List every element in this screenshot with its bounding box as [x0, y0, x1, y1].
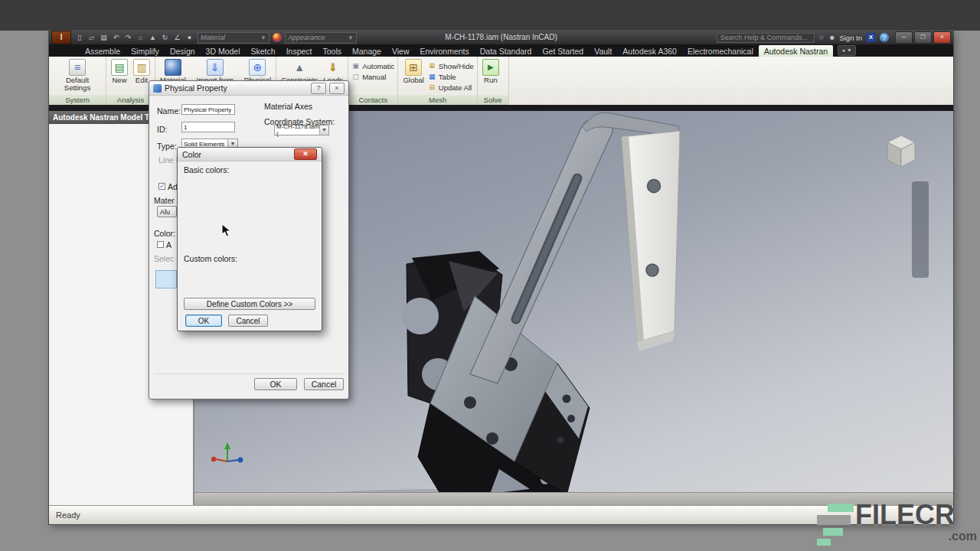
ribbon-button-default-settings[interactable]: Default Settings	[52, 58, 103, 93]
undo-icon[interactable]: ↶	[111, 32, 121, 43]
id-label: ID:	[157, 125, 167, 134]
watermark-logo-bar	[823, 528, 843, 536]
ok-button[interactable]: OK	[254, 378, 297, 390]
ribbon-button-new[interactable]: New	[109, 58, 129, 85]
sign-in-button[interactable]: Sign In	[839, 34, 862, 42]
window-controls: –□×	[895, 31, 951, 44]
exchange-apps-icon[interactable]: X	[866, 33, 876, 42]
ribbon-group-label-contacts: Contacts	[348, 95, 397, 105]
tab-environments[interactable]: Environments	[415, 45, 475, 57]
color-ok-button[interactable]: OK	[185, 315, 222, 327]
ribbon-button-update-all[interactable]: Update All	[428, 83, 474, 92]
tab-simplify[interactable]: Simplify	[126, 45, 165, 57]
chevron-down-icon: ▼	[319, 126, 328, 135]
ribbon-button-automatic[interactable]: Automatic	[351, 61, 394, 70]
tab-3d-model[interactable]: 3D Model	[201, 45, 246, 57]
define-custom-colors-button[interactable]: Define Custom Colors >>	[184, 298, 315, 310]
dialog-title-bar[interactable]: Physical Property ? ×	[149, 81, 348, 96]
measure-icon[interactable]: ∠	[172, 32, 182, 43]
minimize-button[interactable]: –	[895, 31, 913, 44]
tab-vault[interactable]: Vault	[589, 45, 617, 57]
physical-icon	[249, 59, 266, 76]
color-dialog-title: Color	[182, 150, 201, 159]
view-cube[interactable]	[880, 131, 923, 171]
tab-assemble[interactable]: Assemble	[80, 45, 126, 57]
ribbon-button-global[interactable]: Global	[401, 58, 425, 85]
save-icon[interactable]: ▤	[99, 32, 109, 43]
screen: I ▯▱▤↶↷⌂▲↻∠● Material ▼ Appearance ▼ M-C…	[0, 0, 980, 551]
titlebar-icons: ☆☻	[818, 34, 836, 41]
custom-colors-label: Custom colors:	[184, 254, 237, 263]
panel-toggle-icon[interactable]: ● ▼	[838, 45, 856, 56]
ribbon-group-contacts: AutomaticManualContacts	[348, 57, 398, 105]
ribbon-button-label: Table	[439, 73, 456, 81]
global-mesh-icon	[405, 59, 422, 76]
watermark-tld: .com	[949, 530, 977, 543]
ribbon-button-run[interactable]: Run	[481, 58, 501, 85]
dialog-help-button[interactable]: ?	[311, 83, 326, 94]
edit-icon	[133, 59, 150, 76]
user-icon[interactable]: ☻	[828, 34, 835, 41]
material-select-button[interactable]: Alu	[157, 206, 177, 217]
home-icon[interactable]: ⌂	[136, 32, 145, 43]
open-icon[interactable]: ▱	[87, 32, 96, 43]
search-input[interactable]: Search Help & Commands...	[717, 33, 815, 43]
automatic-icon	[351, 62, 360, 70]
ribbon-tab-bar: AssembleSimplifyDesign3D ModelSketchInsp…	[49, 44, 953, 57]
cancel-button[interactable]: Cancel	[304, 378, 344, 390]
assign-checkbox[interactable]	[157, 241, 164, 248]
selection-icon[interactable]: ▲	[148, 32, 158, 43]
update-icon[interactable]: ↻	[160, 32, 170, 43]
inventor-logo-icon[interactable]: I	[51, 31, 71, 44]
name-label: Name:	[157, 106, 181, 116]
color-dialog-title-bar[interactable]: Color ✕	[178, 148, 322, 161]
dialog-title: Physical Property	[165, 83, 227, 93]
ribbon-button-label: Automatic	[362, 62, 394, 70]
color-cancel-button[interactable]: Cancel	[228, 315, 268, 327]
id-field[interactable]	[181, 122, 235, 132]
tab-view[interactable]: View	[387, 45, 415, 57]
tab-tools[interactable]: Tools	[317, 45, 347, 57]
appearance-sphere-icon[interactable]	[273, 33, 282, 42]
appearance-dropdown[interactable]: Appearance ▼	[285, 32, 357, 44]
coordinate-system-dropdown[interactable]: M-CH-1178.iam ( ▼	[274, 125, 329, 135]
advanced-checkbox[interactable]: ✓	[158, 183, 165, 190]
select-label: Selec	[154, 254, 174, 263]
close-button[interactable]: ×	[933, 31, 951, 44]
ribbon-group-label-analysis: Analysis	[106, 95, 155, 105]
material-axes-label: Material Axes	[264, 102, 312, 111]
tab-sketch[interactable]: Sketch	[246, 45, 281, 57]
material-dropdown[interactable]: Material ▼	[198, 32, 270, 44]
tab-get-started[interactable]: Get Started	[537, 45, 589, 57]
tab-manage[interactable]: Manage	[347, 45, 387, 57]
color-preview-swatch[interactable]	[155, 270, 177, 289]
name-field[interactable]	[181, 104, 235, 115]
new-icon	[111, 59, 128, 76]
tab-autodesk-nastran[interactable]: Autodesk Nastran	[759, 45, 833, 57]
dialog-close-button[interactable]: ×	[329, 83, 345, 94]
close-icon[interactable]: ✕	[294, 148, 317, 160]
ribbon-group-solve: RunSolve	[478, 57, 509, 105]
ribbon-button-manual[interactable]: Manual	[351, 72, 394, 81]
default-settings-icon	[69, 59, 86, 76]
run-icon	[482, 59, 499, 76]
favorites-star-icon[interactable]: ☆	[818, 34, 825, 41]
group-label-text: Analysis	[117, 96, 144, 104]
new-file-icon[interactable]: ▯	[74, 32, 84, 43]
filecr-watermark: FILECR .com	[817, 497, 980, 551]
ribbon-button-table[interactable]: Table	[428, 72, 474, 81]
color-dialog: Color ✕ Basic colors: Custom colors: Def…	[177, 147, 322, 331]
quick-access-toolbar: ▯▱▤↶↷⌂▲↻∠●	[74, 32, 194, 43]
help-icon[interactable]: ?	[880, 33, 889, 42]
tab-autodesk-a360[interactable]: Autodesk A360	[617, 45, 682, 57]
tab-design[interactable]: Design	[165, 45, 201, 57]
tab-data-standard[interactable]: Data Standard	[475, 45, 537, 57]
maximize-button[interactable]: □	[914, 31, 932, 44]
tab-electromechanical[interactable]: Electromechanical	[682, 45, 759, 57]
help-globe-icon[interactable]: ●	[185, 32, 194, 43]
ribbon-button-show-hide[interactable]: Show/Hide	[428, 61, 474, 70]
watermark-logo-bar	[817, 515, 851, 525]
redo-icon[interactable]: ↷	[123, 32, 133, 43]
import-from-model-icon	[207, 59, 224, 76]
tab-inspect[interactable]: Inspect	[281, 45, 318, 57]
